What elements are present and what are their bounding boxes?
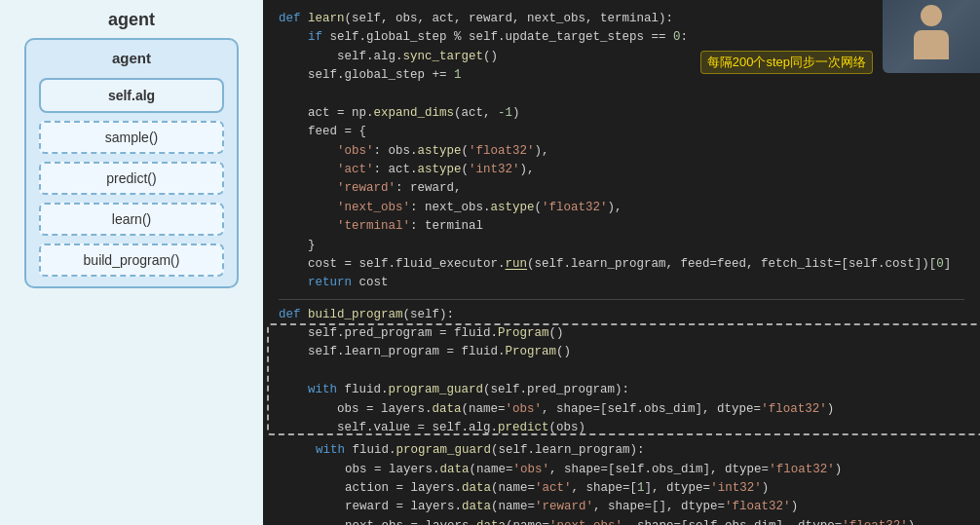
annotation-text: 每隔200个step同步一次网络 xyxy=(700,51,873,74)
code-section-3: with fluid.program_guard(self.learn_prog… xyxy=(279,441,964,525)
method-predict[interactable]: predict() xyxy=(39,162,224,195)
avatar xyxy=(883,0,980,73)
right-panel: 每隔200个step同步一次网络 def learn(self, obs, ac… xyxy=(263,0,980,525)
agent-box: agent self.alg sample() predict() learn(… xyxy=(24,38,239,288)
page-title: agent xyxy=(108,10,155,30)
left-panel: agent agent self.alg sample() predict() … xyxy=(0,0,263,525)
method-build-program[interactable]: build_program() xyxy=(39,244,224,277)
person-head xyxy=(921,5,942,26)
code-section-2: def build_program(self): self.pred_progr… xyxy=(279,306,964,438)
code-divider xyxy=(279,299,964,300)
method-learn[interactable]: learn() xyxy=(39,203,224,236)
person-silhouette xyxy=(907,5,956,68)
method-sample[interactable]: sample() xyxy=(39,121,224,154)
agent-box-title: agent xyxy=(112,50,151,66)
person-body xyxy=(914,30,949,59)
avatar-area xyxy=(883,0,980,73)
alg-box: self.alg xyxy=(39,78,224,113)
